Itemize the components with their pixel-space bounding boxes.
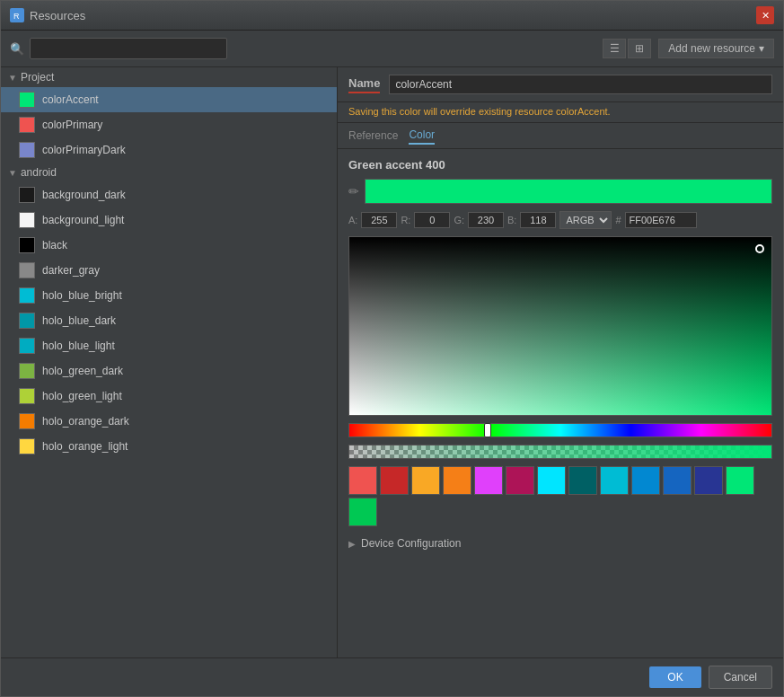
- list-item[interactable]: holo_green_dark: [1, 358, 337, 384]
- preset-color[interactable]: [631, 466, 660, 495]
- name-input[interactable]: [389, 75, 772, 94]
- preset-color[interactable]: [348, 466, 377, 495]
- list-item[interactable]: holo_blue_light: [1, 333, 337, 358]
- alpha-input[interactable]: [361, 212, 397, 228]
- format-select[interactable]: ARGB RGB HSB: [559, 211, 612, 229]
- close-button[interactable]: ✕: [756, 6, 774, 24]
- dialog-title: Resources: [30, 9, 85, 22]
- add-resource-label: Add new resource: [668, 42, 755, 55]
- hue-thumb: [484, 423, 491, 437]
- left-panel: ▼ Project colorAccent colorPrimary color…: [1, 67, 338, 657]
- preset-color[interactable]: [663, 466, 692, 495]
- preset-color[interactable]: [506, 466, 534, 495]
- warning-text: Saving this color will override existing…: [338, 102, 783, 123]
- device-configuration-row[interactable]: ▶ Device Configuration: [348, 534, 772, 553]
- red-label: R:: [401, 215, 410, 225]
- name-row: Name: [338, 67, 783, 102]
- resource-name: colorPrimary: [42, 119, 102, 131]
- bottom-bar: OK Cancel: [1, 657, 783, 696]
- red-input[interactable]: [414, 212, 450, 228]
- preset-color[interactable]: [726, 466, 754, 495]
- preset-color[interactable]: [380, 466, 409, 495]
- resource-name: colorPrimaryDark: [42, 144, 126, 156]
- color-swatch: [19, 413, 35, 429]
- section-project[interactable]: ▼ Project: [1, 67, 337, 87]
- blue-input[interactable]: [520, 212, 556, 228]
- pencil-icon[interactable]: ✏: [348, 184, 359, 199]
- list-item[interactable]: holo_blue_bright: [1, 283, 337, 308]
- right-panel: Name Saving this color will override exi…: [338, 67, 783, 657]
- list-item[interactable]: background_dark: [1, 182, 337, 207]
- color-swatch: [19, 363, 35, 379]
- color-name: Green accent 400: [348, 158, 772, 172]
- resource-name: background_dark: [42, 189, 126, 201]
- resource-name: holo_blue_light: [42, 340, 115, 352]
- tabs-row: Reference Color: [338, 123, 783, 149]
- content-area: ▼ Project colorAccent colorPrimary color…: [1, 67, 783, 657]
- list-view-button[interactable]: ☰: [603, 39, 626, 58]
- color-swatch: [19, 117, 35, 133]
- list-item[interactable]: holo_orange_dark: [1, 409, 337, 434]
- preset-color[interactable]: [411, 466, 440, 495]
- resource-name: holo_green_dark: [42, 365, 123, 377]
- list-item[interactable]: background_light: [1, 207, 337, 233]
- svg-text:R: R: [13, 12, 20, 21]
- dropdown-arrow-icon: ▾: [759, 42, 764, 55]
- green-input[interactable]: [468, 212, 504, 228]
- dialog-icon: R: [10, 8, 24, 22]
- color-swatch: [19, 388, 35, 404]
- list-item[interactable]: colorPrimary: [1, 112, 337, 137]
- cancel-button[interactable]: Cancel: [709, 666, 772, 689]
- color-swatch: [19, 287, 35, 304]
- section-android[interactable]: ▼ android: [1, 163, 337, 182]
- preset-color[interactable]: [694, 466, 723, 495]
- android-arrow-icon: ▼: [8, 168, 17, 178]
- preset-color[interactable]: [348, 498, 377, 526]
- grid-view-button[interactable]: ⊞: [628, 39, 651, 58]
- hash-label: #: [615, 215, 621, 225]
- toolbar: 🔍 ☰ ⊞ Add new resource ▾: [1, 31, 783, 67]
- color-swatch: [19, 212, 35, 228]
- color-swatch: [19, 187, 35, 203]
- add-resource-button[interactable]: Add new resource ▾: [658, 39, 774, 58]
- list-item[interactable]: colorAccent: [1, 87, 337, 112]
- tab-reference[interactable]: Reference: [348, 128, 398, 144]
- color-swatch: [19, 237, 35, 253]
- preset-color[interactable]: [568, 466, 597, 495]
- color-swatch: [19, 313, 35, 329]
- color-swatch: [19, 142, 35, 158]
- list-item[interactable]: colorPrimaryDark: [1, 137, 337, 163]
- name-label: Name: [348, 76, 380, 93]
- search-input[interactable]: [30, 38, 227, 59]
- preset-color[interactable]: [443, 466, 471, 495]
- list-item[interactable]: holo_green_light: [1, 384, 337, 409]
- color-swatch: [19, 92, 35, 108]
- preset-color[interactable]: [600, 466, 629, 495]
- hue-slider[interactable]: [348, 423, 772, 437]
- list-item[interactable]: holo_blue_dark: [1, 308, 337, 333]
- color-picker-area[interactable]: [348, 236, 772, 416]
- color-editor: Green accent 400 ✏ A: R: G: B:: [338, 149, 783, 657]
- color-swatch: [19, 338, 35, 354]
- resources-dialog: R Resources ✕ 🔍 ☰ ⊞ Add new resource ▾: [0, 0, 784, 697]
- alpha-slider[interactable]: [348, 445, 772, 459]
- color-preview-bar: [365, 179, 772, 204]
- list-item[interactable]: holo_orange_light: [1, 434, 337, 459]
- preset-color[interactable]: [537, 466, 566, 495]
- ok-button[interactable]: OK: [649, 666, 700, 688]
- resource-name: darker_gray: [42, 264, 100, 277]
- tab-color[interactable]: Color: [409, 127, 435, 145]
- title-bar: R Resources ✕: [1, 1, 783, 31]
- hex-input[interactable]: [625, 212, 697, 228]
- picker-circle: [755, 244, 764, 253]
- search-area: 🔍: [10, 38, 227, 59]
- color-swatch: [19, 262, 35, 278]
- preset-color[interactable]: [474, 466, 503, 495]
- green-label: G:: [454, 215, 464, 225]
- title-bar-left: R Resources: [10, 8, 85, 22]
- color-preview-row: ✏: [348, 179, 772, 204]
- list-item[interactable]: darker_gray: [1, 258, 337, 283]
- search-icon: 🔍: [10, 42, 24, 56]
- list-item[interactable]: black: [1, 233, 337, 258]
- resource-name: colorAccent: [42, 93, 99, 106]
